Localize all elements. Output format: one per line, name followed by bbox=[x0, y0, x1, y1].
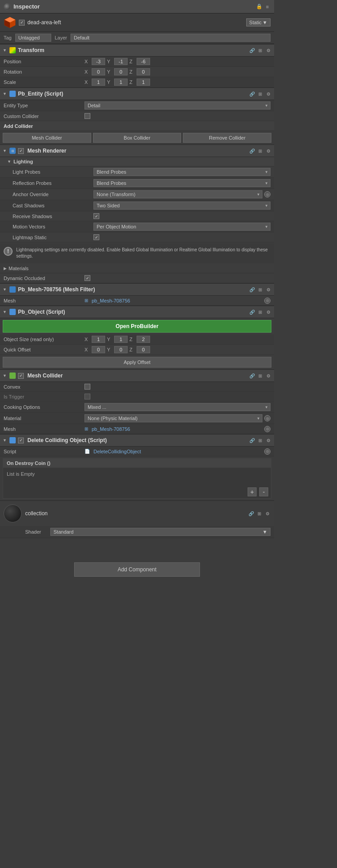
dynamic-occluded-checkbox[interactable]: ✓ bbox=[84, 275, 90, 281]
entity-type-dropdown[interactable]: Detail bbox=[84, 101, 270, 110]
anchor-override-select-icon[interactable]: ◎ bbox=[264, 191, 270, 197]
delete-colliding-tools: 🔗 ⊞ ⚙ bbox=[249, 437, 271, 443]
box-collider-button[interactable]: Box Collider bbox=[93, 133, 182, 143]
mesh-collider-settings-icon[interactable]: ⚙ bbox=[265, 373, 271, 379]
pb-entity-collapse-arrow[interactable]: ▼ bbox=[3, 92, 7, 96]
off-z-label: Z bbox=[129, 347, 135, 352]
pb-object-link-icon[interactable]: 🔗 bbox=[249, 309, 255, 315]
mesh-filter-collapse-arrow[interactable]: ▼ bbox=[3, 287, 7, 292]
pb-object-collapse-arrow[interactable]: ▼ bbox=[3, 310, 7, 314]
reflection-probes-value: Blend Probes bbox=[93, 179, 270, 187]
entity-type-value: Detail bbox=[84, 101, 270, 110]
receive-shadows-checkbox[interactable]: ✓ bbox=[93, 213, 99, 219]
delete-colliding-enabled-checkbox[interactable]: ✓ bbox=[18, 438, 24, 443]
mesh-filter-select-icon[interactable]: ◎ bbox=[264, 298, 270, 304]
pb-entity-link-icon[interactable]: 🔗 bbox=[249, 91, 255, 97]
event-add-button[interactable]: + bbox=[248, 487, 257, 496]
shader-dropdown[interactable]: Standard ▼ bbox=[50, 528, 270, 536]
offset-x[interactable]: 0 bbox=[92, 346, 105, 353]
add-component-button[interactable]: Add Component bbox=[74, 562, 200, 577]
pb-object-target-icon[interactable]: ⊞ bbox=[257, 309, 263, 315]
pb-entity-target-icon[interactable]: ⊞ bbox=[257, 91, 263, 97]
transform-collapse-arrow[interactable]: ▼ bbox=[3, 48, 7, 53]
transform-settings-icon[interactable]: ⚙ bbox=[265, 47, 271, 53]
reflection-probes-dropdown[interactable]: Blend Probes bbox=[93, 179, 270, 187]
remove-collider-button[interactable]: Remove Collider bbox=[183, 133, 271, 143]
apply-offset-button[interactable]: Apply Offset bbox=[3, 357, 271, 368]
offset-y[interactable]: 0 bbox=[114, 346, 128, 353]
mesh-renderer-link-icon[interactable]: 🔗 bbox=[249, 148, 255, 154]
mesh-renderer-collapse-arrow[interactable]: ▼ bbox=[3, 149, 7, 153]
collider-mesh-row: Mesh ⊞ pb_Mesh-708756 ◎ bbox=[0, 424, 274, 434]
custom-collider-checkbox[interactable] bbox=[84, 113, 90, 119]
rotation-x[interactable]: 0 bbox=[92, 68, 105, 75]
pb-object-settings-icon[interactable]: ⚙ bbox=[265, 309, 271, 315]
cast-shadows-dropdown[interactable]: Two Sided bbox=[93, 202, 270, 210]
shader-value: Standard bbox=[53, 529, 74, 535]
object-size-x[interactable]: 1 bbox=[92, 336, 105, 343]
scale-y[interactable]: 1 bbox=[114, 79, 128, 86]
delete-colliding-target-icon[interactable]: ⊞ bbox=[257, 437, 263, 443]
mesh-filter-tools: 🔗 ⊞ ⚙ bbox=[249, 286, 271, 293]
lock-icon[interactable]: 🔒 bbox=[256, 4, 262, 10]
collection-link-icon[interactable]: 🔗 bbox=[248, 510, 254, 517]
mesh-collider-collapse-arrow[interactable]: ▼ bbox=[3, 373, 7, 378]
script-ref-select-icon[interactable]: ◎ bbox=[264, 448, 270, 455]
mesh-collider-enabled-checkbox[interactable]: ✓ bbox=[18, 373, 24, 379]
object-size-z[interactable]: 2 bbox=[137, 336, 150, 343]
rotation-label: Rotation bbox=[4, 69, 84, 75]
light-probes-dropdown[interactable]: Blend Probes bbox=[93, 168, 270, 176]
lighting-collapse-arrow[interactable]: ▼ bbox=[7, 159, 12, 164]
collider-mesh-select-icon[interactable]: ◎ bbox=[264, 426, 270, 432]
position-x[interactable]: -3 bbox=[92, 58, 105, 65]
event-remove-button[interactable]: - bbox=[259, 487, 268, 496]
layer-dropdown[interactable]: Default bbox=[71, 34, 270, 42]
transform-target-icon[interactable]: ⊞ bbox=[257, 47, 263, 53]
light-probes-value: Blend Probes bbox=[93, 168, 270, 176]
menu-icon[interactable]: ≡ bbox=[264, 4, 270, 10]
object-size-y[interactable]: 1 bbox=[114, 336, 128, 343]
delete-colliding-icon bbox=[9, 437, 16, 444]
transform-link-icon[interactable]: 🔗 bbox=[249, 47, 255, 53]
anchor-override-dropdown[interactable]: None (Transform) bbox=[93, 190, 262, 198]
mesh-collider-link-icon[interactable]: 🔗 bbox=[249, 373, 255, 379]
materials-row[interactable]: ▶ Materials bbox=[0, 264, 274, 273]
custom-collider-row: Custom Collider bbox=[0, 111, 274, 121]
static-button[interactable]: Static ▼ bbox=[246, 18, 270, 26]
collection-name: collection bbox=[25, 510, 244, 517]
position-y[interactable]: -1 bbox=[114, 58, 128, 65]
collection-target-icon[interactable]: ⊞ bbox=[256, 510, 262, 517]
pb-entity-settings-icon[interactable]: ⚙ bbox=[265, 91, 271, 97]
offset-z[interactable]: 0 bbox=[137, 346, 150, 353]
cooking-options-dropdown[interactable]: Mixed ... bbox=[84, 403, 270, 411]
scale-z[interactable]: 1 bbox=[137, 79, 150, 86]
lightmap-static-checkbox[interactable]: ✓ bbox=[93, 234, 99, 240]
mesh-collider-button[interactable]: Mesh Collider bbox=[3, 133, 91, 143]
convex-checkbox[interactable] bbox=[84, 384, 90, 390]
scale-x[interactable]: 1 bbox=[92, 79, 105, 86]
motion-vectors-dropdown[interactable]: Per Object Motion bbox=[93, 223, 270, 231]
tag-dropdown[interactable]: Untagged bbox=[15, 34, 51, 42]
mesh-renderer-settings-icon[interactable]: ⚙ bbox=[265, 148, 271, 154]
rotation-z[interactable]: 0 bbox=[137, 68, 150, 75]
collider-material-select-icon[interactable]: ◎ bbox=[264, 415, 270, 421]
delete-colliding-settings-icon[interactable]: ⚙ bbox=[265, 437, 271, 443]
collection-settings-icon[interactable]: ⚙ bbox=[264, 510, 270, 517]
mesh-filter-link-icon[interactable]: 🔗 bbox=[249, 286, 255, 293]
apply-offset-wrapper: Apply Offset bbox=[0, 355, 274, 369]
collider-material-dropdown[interactable]: None (Physic Material) bbox=[84, 414, 262, 422]
rotation-y[interactable]: 0 bbox=[114, 68, 128, 75]
position-z[interactable]: -6 bbox=[137, 58, 150, 65]
add-collider-label: Add Collider bbox=[4, 123, 270, 129]
delete-colliding-link-icon[interactable]: 🔗 bbox=[249, 437, 255, 443]
mesh-filter-settings-icon[interactable]: ⚙ bbox=[265, 286, 271, 293]
mesh-filter-target-icon[interactable]: ⊞ bbox=[257, 286, 263, 293]
mesh-collider-target-icon[interactable]: ⊞ bbox=[257, 373, 263, 379]
receive-shadows-label: Receive Shadows bbox=[13, 214, 93, 219]
mesh-renderer-target-icon[interactable]: ⊞ bbox=[257, 148, 263, 154]
mesh-renderer-enabled-checkbox[interactable]: ✓ bbox=[18, 148, 24, 154]
open-probuilder-button[interactable]: Open ProBuilder bbox=[3, 320, 271, 333]
object-enabled-checkbox[interactable]: ✓ bbox=[19, 20, 25, 26]
delete-colliding-collapse-arrow[interactable]: ▼ bbox=[3, 438, 7, 443]
reflection-probes-label: Reflection Probes bbox=[13, 180, 93, 186]
